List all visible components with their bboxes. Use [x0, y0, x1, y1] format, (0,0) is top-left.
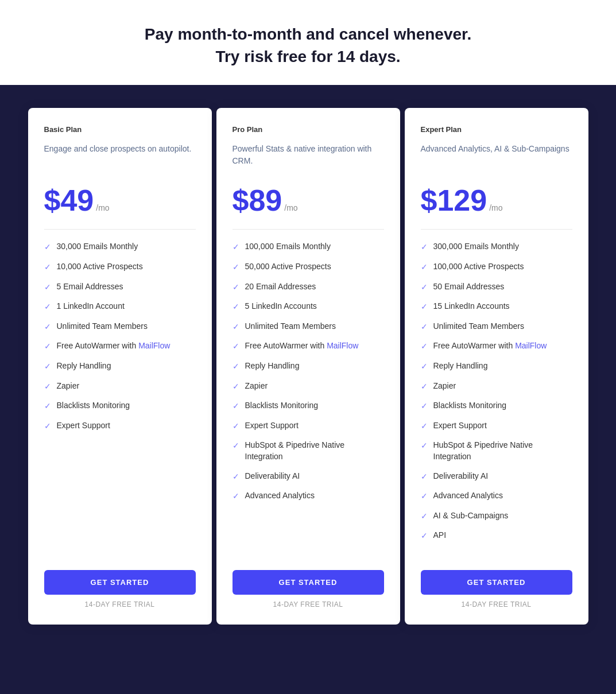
- get-started-button-pro[interactable]: GET STARTED: [233, 570, 384, 595]
- plan-name-expert: Expert Plan: [421, 125, 572, 134]
- check-icon: ✓: [44, 381, 51, 393]
- list-item: ✓20 Email Addresses: [233, 281, 384, 293]
- trial-text-basic: 14-DAY FREE TRIAL: [44, 600, 196, 608]
- mailflow-link[interactable]: MailFlow: [138, 341, 170, 350]
- price-period-basic: /mo: [96, 203, 109, 212]
- mailflow-link[interactable]: MailFlow: [327, 341, 358, 350]
- feature-text: Deliverability AI: [245, 471, 300, 482]
- feature-text: 15 LinkedIn Accounts: [433, 301, 510, 312]
- list-item: ✓HubSpot & Pipedrive Native Integration: [421, 440, 572, 462]
- feature-text: 20 Email Addresses: [245, 281, 316, 293]
- feature-text: Zapier: [245, 381, 268, 392]
- header-title: Pay month-to-month and cancel whenever. …: [11, 23, 605, 68]
- feature-text: API: [433, 530, 447, 541]
- list-item: ✓1 LinkedIn Account: [44, 301, 196, 313]
- plan-card-basic: Basic PlanEngage and close prospects on …: [28, 108, 212, 625]
- feature-text: Zapier: [433, 381, 456, 392]
- list-item: ✓Advanced Analytics: [233, 490, 384, 502]
- plan-description-pro: Powerful Stats & native integration with…: [233, 143, 384, 172]
- check-icon: ✓: [233, 440, 239, 452]
- feature-text: 50 Email Addresses: [433, 281, 505, 293]
- list-item: ✓HubSpot & Pipedrive Native Integration: [233, 440, 384, 462]
- check-icon: ✓: [44, 242, 51, 253]
- check-icon: ✓: [421, 530, 428, 542]
- list-item: ✓Free AutoWarmer with MailFlow: [421, 340, 572, 352]
- check-icon: ✓: [44, 262, 51, 273]
- plan-separator: [212, 108, 216, 625]
- plans-container: Basic PlanEngage and close prospects on …: [0, 85, 616, 648]
- cta-section-basic: GET STARTED14-DAY FREE TRIAL: [44, 570, 196, 608]
- list-item: ✓Free AutoWarmer with MailFlow: [233, 340, 384, 352]
- price-period-expert: /mo: [489, 203, 502, 212]
- feature-text: Advanced Analytics: [245, 490, 315, 502]
- price-amount-expert: $129: [421, 185, 487, 215]
- feature-text: Reply Handling: [245, 360, 300, 372]
- header-section: Pay month-to-month and cancel whenever. …: [0, 0, 616, 85]
- feature-text: Deliverability AI: [433, 471, 489, 482]
- list-item: ✓AI & Sub-Campaigns: [421, 510, 572, 522]
- get-started-button-expert[interactable]: GET STARTED: [421, 570, 572, 595]
- list-item: ✓Free AutoWarmer with MailFlow: [44, 340, 196, 352]
- check-icon: ✓: [421, 361, 428, 373]
- list-item: ✓Deliverability AI: [421, 471, 572, 483]
- price-period-pro: /mo: [284, 203, 297, 212]
- list-item: ✓Blacklists Monitoring: [421, 400, 572, 412]
- feature-text: 5 LinkedIn Accounts: [245, 301, 317, 312]
- feature-text: 5 Email Addresses: [57, 281, 123, 293]
- feature-text: Zapier: [57, 381, 80, 392]
- list-item: ✓100,000 Active Prospects: [421, 261, 572, 273]
- list-item: ✓Expert Support: [44, 420, 196, 432]
- divider: [44, 229, 196, 230]
- check-icon: ✓: [421, 381, 428, 393]
- check-icon: ✓: [421, 491, 428, 502]
- feature-text: Free AutoWarmer with MailFlow: [433, 340, 547, 352]
- feature-text: 100,000 Active Prospects: [433, 261, 524, 273]
- list-item: ✓Advanced Analytics: [421, 490, 572, 502]
- feature-text: Reply Handling: [57, 360, 111, 372]
- check-icon: ✓: [44, 321, 51, 333]
- cta-section-expert: GET STARTED14-DAY FREE TRIAL: [421, 570, 572, 608]
- check-icon: ✓: [421, 471, 428, 483]
- feature-text: Free AutoWarmer with MailFlow: [245, 340, 359, 352]
- feature-text: 300,000 Emails Monthly: [433, 241, 519, 253]
- features-list-basic: ✓30,000 Emails Monthly✓10,000 Active Pro…: [44, 241, 196, 556]
- list-item: ✓Unlimited Team Members: [421, 321, 572, 333]
- check-icon: ✓: [233, 361, 239, 373]
- check-icon: ✓: [233, 242, 239, 253]
- list-item: ✓15 LinkedIn Accounts: [421, 301, 572, 313]
- check-icon: ✓: [233, 301, 239, 313]
- check-icon: ✓: [44, 282, 51, 293]
- feature-text: HubSpot & Pipedrive Native Integration: [245, 440, 384, 462]
- check-icon: ✓: [421, 242, 428, 253]
- list-item: ✓5 Email Addresses: [44, 281, 196, 293]
- check-icon: ✓: [233, 491, 239, 502]
- list-item: ✓Blacklists Monitoring: [44, 400, 196, 412]
- list-item: ✓Expert Support: [233, 420, 384, 432]
- check-icon: ✓: [233, 471, 239, 483]
- check-icon: ✓: [421, 262, 428, 273]
- mailflow-link[interactable]: MailFlow: [515, 341, 547, 350]
- list-item: ✓10,000 Active Prospects: [44, 261, 196, 273]
- list-item: ✓Blacklists Monitoring: [233, 400, 384, 412]
- check-icon: ✓: [421, 301, 428, 313]
- check-icon: ✓: [44, 301, 51, 313]
- plan-card-expert: Expert PlanAdvanced Analytics, AI & Sub-…: [405, 108, 588, 625]
- check-icon: ✓: [233, 381, 239, 393]
- list-item: ✓100,000 Emails Monthly: [233, 241, 384, 253]
- feature-text: Expert Support: [57, 420, 110, 432]
- plan-price-basic: $49/mo: [44, 185, 196, 215]
- list-item: ✓Reply Handling: [44, 360, 196, 373]
- feature-text: Unlimited Team Members: [57, 321, 148, 332]
- features-list-pro: ✓100,000 Emails Monthly✓50,000 Active Pr…: [233, 241, 384, 556]
- check-icon: ✓: [421, 421, 428, 432]
- feature-text: Free AutoWarmer with MailFlow: [57, 340, 171, 352]
- check-icon: ✓: [421, 282, 428, 293]
- feature-text: 10,000 Active Prospects: [57, 261, 143, 273]
- plan-description-basic: Engage and close prospects on autopilot.: [44, 143, 196, 172]
- trial-text-pro: 14-DAY FREE TRIAL: [233, 600, 384, 608]
- divider: [421, 229, 572, 230]
- feature-text: Blacklists Monitoring: [245, 400, 319, 412]
- list-item: ✓Zapier: [44, 381, 196, 393]
- get-started-button-basic[interactable]: GET STARTED: [44, 570, 196, 595]
- divider: [233, 229, 384, 230]
